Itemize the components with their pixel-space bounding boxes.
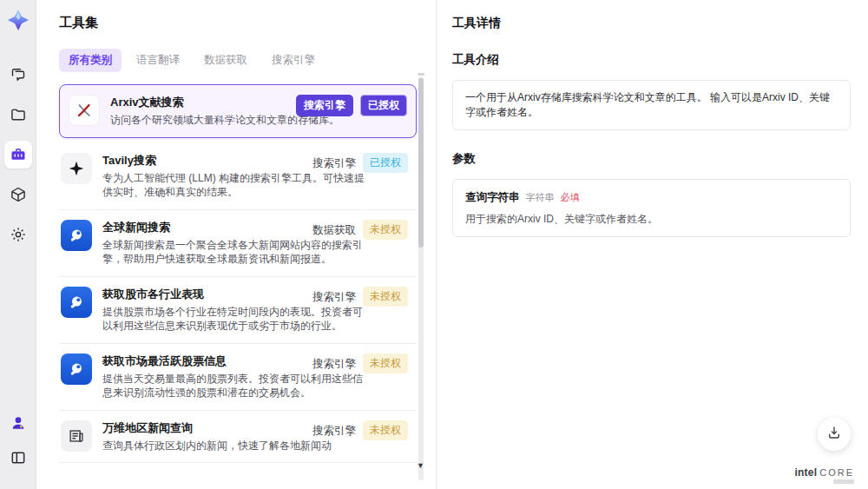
scrollbar-thumb[interactable] [418, 78, 424, 248]
scrollbar[interactable]: ▼ [418, 76, 424, 480]
tool-list: Arxiv文献搜索 访问各个研究领域大量科学论文和文章的存储库。 搜索引擎 已授… [59, 84, 417, 463]
auth-badge: 已授权 [360, 95, 407, 116]
tool-description: 查询具体行政区划内的新闻，快速了解各地新闻动 [102, 439, 410, 453]
user-icon[interactable] [4, 409, 32, 437]
tool-description: 全球新闻搜索是一个聚合全球各大新闻网站内容的搜索引擎，帮助用户快速获取全球最新资… [102, 238, 410, 267]
chat-icon[interactable] [4, 61, 32, 89]
intel-core-logo: intel CORE [795, 466, 854, 479]
tab-3[interactable]: 搜索引擎 [262, 49, 325, 72]
tool-list-panel: 工具集 所有类别语言翻译数据获取搜索引擎 Arxiv文献搜索 访问各个研究领域大… [36, 0, 436, 489]
tool-description: 提供当天交易量最高的股票列表。投资者可以利用这些信息来识别流动性强的股票和潜在的… [102, 372, 410, 400]
param-type: 字符串 [526, 191, 555, 204]
auth-badge: 未授权 [363, 287, 408, 307]
tavily-logo-icon [61, 153, 92, 184]
tool-card-1[interactable]: Tavily搜索 专为人工智能代理 (LLM) 构建的搜索引擎工具。可快速提供实… [59, 143, 417, 210]
tool-description: 专为人工智能代理 (LLM) 构建的搜索引擎工具。可快速提供实时、准确和真实的结… [102, 171, 410, 200]
tab-0[interactable]: 所有类别 [59, 49, 122, 72]
newspaper-icon [61, 420, 92, 452]
param-required-badge: 必填 [561, 191, 580, 204]
brand-sub-mark [833, 479, 854, 484]
param-description: 用于搜索的Arxiv ID、关键字或作者姓名。 [465, 212, 838, 226]
tool-card-4[interactable]: 获取市场最活跃股票信息 提供当天交易量最高的股票列表。投资者可以利用这些信息来识… [59, 344, 417, 411]
folder-icon[interactable] [4, 101, 32, 129]
brand-intel: intel [795, 466, 818, 479]
params-heading: 参数 [452, 151, 851, 167]
category-badge: 搜索引擎 [312, 155, 356, 171]
scroll-up-icon[interactable] [418, 73, 424, 76]
news-app-logo-icon [61, 354, 92, 385]
tool-card-2[interactable]: 全球新闻搜索 全球新闻搜索是一个聚合全球各大新闻网站内容的搜索引擎，帮助用户快速… [59, 210, 417, 277]
news-app-logo-icon [61, 287, 92, 318]
tool-card-5[interactable]: 万维地区新闻查询 查询具体行政区划内的新闻，快速了解各地新闻动 搜索引擎 未授权 [59, 411, 417, 464]
news-app-logo-icon [61, 220, 92, 251]
auth-badge: 已授权 [363, 153, 408, 173]
gear-icon[interactable] [4, 221, 32, 248]
category-badge: 搜索引擎 [312, 288, 356, 305]
tool-description: 提供股票市场各个行业在特定时间段内的表现。投资者可以利用这些信息来识别表现优于或… [102, 305, 410, 334]
panel-toggle-icon[interactable] [4, 444, 32, 472]
tool-detail-panel: 工具详情 工具介绍 一个用于从Arxiv存储库搜索科学论文和文章的工具。 输入可… [436, 0, 868, 489]
cube-icon[interactable] [4, 181, 32, 208]
rail-bottom [4, 409, 32, 479]
param-name: 查询字符串 [465, 190, 520, 205]
param-card: 查询字符串 字符串 必填 用于搜索的Arxiv ID、关键字或作者姓名。 [452, 179, 851, 237]
tab-1[interactable]: 语言翻译 [127, 49, 189, 72]
auth-badge: 未授权 [363, 220, 408, 240]
rail-nav [4, 61, 32, 261]
app-logo [7, 9, 30, 31]
brand-core: CORE [819, 467, 854, 478]
download-icon [826, 425, 842, 444]
category-badge: 搜索引擎 [296, 95, 353, 116]
tool-intro-text: 一个用于从Arxiv存储库搜索科学论文和文章的工具。 输入可以是Arxiv ID… [452, 80, 851, 130]
category-tabs: 所有类别语言翻译数据获取搜索引擎 [59, 49, 436, 72]
arxiv-logo-icon [69, 95, 100, 126]
auth-badge: 未授权 [363, 420, 408, 440]
toolbox-icon[interactable] [4, 141, 32, 169]
tab-2[interactable]: 数据获取 [194, 49, 257, 72]
intro-heading: 工具介绍 [452, 52, 851, 68]
tool-card-0[interactable]: Arxiv文献搜索 访问各个研究领域大量科学论文和文章的存储库。 搜索引擎 已授… [59, 84, 417, 138]
left-rail [0, 0, 36, 489]
category-badge: 数据获取 [312, 221, 356, 238]
scroll-down-icon[interactable]: ▼ [417, 462, 424, 470]
detail-title: 工具详情 [452, 16, 851, 31]
auth-badge: 未授权 [363, 354, 408, 373]
category-badge: 搜索引擎 [312, 422, 356, 439]
download-button[interactable] [818, 418, 851, 451]
tool-card-3[interactable]: 获取股市各行业表现 提供股票市场各个行业在特定时间段内的表现。投资者可以利用这些… [59, 277, 417, 344]
page-title: 工具集 [59, 15, 436, 31]
category-badge: 搜索引擎 [312, 355, 356, 372]
